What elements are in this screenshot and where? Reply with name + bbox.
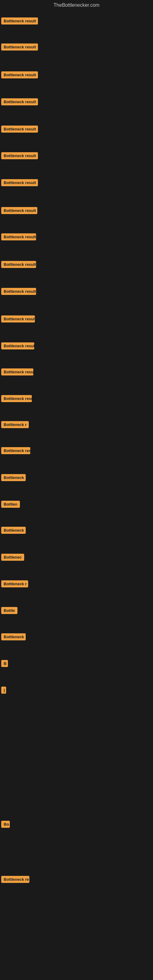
bottleneck-item-6: Bottleneck result bbox=[0, 152, 153, 161]
bottleneck-badge-25[interactable]: B bbox=[1, 660, 8, 667]
bottleneck-badge-8[interactable]: Bottleneck result bbox=[1, 207, 37, 214]
bottleneck-item-15: Bottleneck resul bbox=[0, 395, 153, 403]
bottleneck-badge-3[interactable]: Bottleneck result bbox=[1, 72, 38, 78]
bottleneck-badge-21[interactable]: Bottlenec bbox=[1, 554, 24, 561]
bottleneck-badge-11[interactable]: Bottleneck result bbox=[1, 288, 36, 295]
bottleneck-item-1: Bottleneck result bbox=[0, 18, 153, 26]
bottleneck-item-17: Bottleneck resu bbox=[0, 447, 153, 455]
bottleneck-badge-15[interactable]: Bottleneck resul bbox=[1, 395, 32, 402]
bottleneck-item-4: Bottleneck result bbox=[0, 98, 153, 107]
bottleneck-badge-9[interactable]: Bottleneck result bbox=[1, 233, 36, 240]
bottleneck-badge-26[interactable]: | bbox=[1, 687, 6, 694]
bottleneck-item-7: Bottleneck result bbox=[0, 179, 153, 188]
bottleneck-item-3: Bottleneck result bbox=[0, 72, 153, 80]
bottleneck-item-19: Bottlen bbox=[0, 501, 153, 509]
site-title-text: TheBottlenecker.com bbox=[54, 2, 99, 8]
bottleneck-badge-4[interactable]: Bottleneck result bbox=[1, 98, 38, 105]
bottleneck-badge-20[interactable]: Bottleneck bbox=[1, 527, 26, 534]
bottleneck-badge-22[interactable]: Bottleneck r bbox=[1, 580, 28, 587]
bottleneck-item-28: Bottleneck re bbox=[0, 876, 153, 884]
bottleneck-badge-16[interactable]: Bottleneck r bbox=[1, 421, 29, 428]
bottleneck-item-10: Bottleneck result bbox=[0, 261, 153, 269]
bottleneck-item-21: Bottlenec bbox=[0, 554, 153, 562]
bottleneck-badge-28[interactable]: Bottleneck re bbox=[1, 876, 29, 883]
bottleneck-item-12: Bottleneck result bbox=[0, 315, 153, 324]
bottleneck-badge-18[interactable]: Bottleneck bbox=[1, 474, 26, 481]
bottleneck-item-27: Bo bbox=[0, 821, 153, 829]
bottleneck-badge-6[interactable]: Bottleneck result bbox=[1, 152, 38, 159]
bottleneck-item-11: Bottleneck result bbox=[0, 288, 153, 296]
page-wrapper: TheBottlenecker.com Bottleneck resultBot… bbox=[0, 0, 153, 980]
bottleneck-badge-2[interactable]: Bottleneck result bbox=[1, 43, 38, 51]
bottleneck-item-9: Bottleneck result bbox=[0, 233, 153, 242]
bottleneck-item-22: Bottleneck r bbox=[0, 580, 153, 589]
bottleneck-badge-12[interactable]: Bottleneck result bbox=[1, 315, 35, 323]
bottleneck-badge-19[interactable]: Bottlen bbox=[1, 501, 20, 508]
bottleneck-item-16: Bottleneck r bbox=[0, 421, 153, 430]
bottleneck-badge-14[interactable]: Bottleneck result bbox=[1, 368, 33, 375]
bottleneck-item-18: Bottleneck bbox=[0, 474, 153, 482]
bottleneck-badge-24[interactable]: Bottleneck bbox=[1, 633, 26, 640]
bottleneck-badge-13[interactable]: Bottleneck result bbox=[1, 342, 34, 350]
bottleneck-badge-17[interactable]: Bottleneck resu bbox=[1, 447, 30, 454]
bottleneck-item-5: Bottleneck result bbox=[0, 126, 153, 134]
bottleneck-badge-1[interactable]: Bottleneck result bbox=[1, 18, 38, 24]
bottleneck-item-14: Bottleneck result bbox=[0, 368, 153, 377]
bottleneck-badge-5[interactable]: Bottleneck result bbox=[1, 126, 38, 133]
bottleneck-item-13: Bottleneck result bbox=[0, 342, 153, 351]
bottleneck-item-23: Bottle bbox=[0, 607, 153, 615]
bottleneck-item-24: Bottleneck bbox=[0, 633, 153, 641]
bottleneck-item-20: Bottleneck bbox=[0, 527, 153, 535]
bottleneck-item-8: Bottleneck result bbox=[0, 207, 153, 215]
bottleneck-item-26: | bbox=[0, 687, 153, 695]
bottleneck-item-25: B bbox=[0, 660, 153, 668]
bottleneck-badge-10[interactable]: Bottleneck result bbox=[1, 261, 36, 268]
site-title: TheBottlenecker.com bbox=[0, 0, 153, 12]
bottleneck-item-2: Bottleneck result bbox=[0, 43, 153, 52]
bottleneck-badge-27[interactable]: Bo bbox=[1, 821, 10, 828]
bottleneck-badge-7[interactable]: Bottleneck result bbox=[1, 179, 38, 186]
bottleneck-badge-23[interactable]: Bottle bbox=[1, 607, 18, 614]
